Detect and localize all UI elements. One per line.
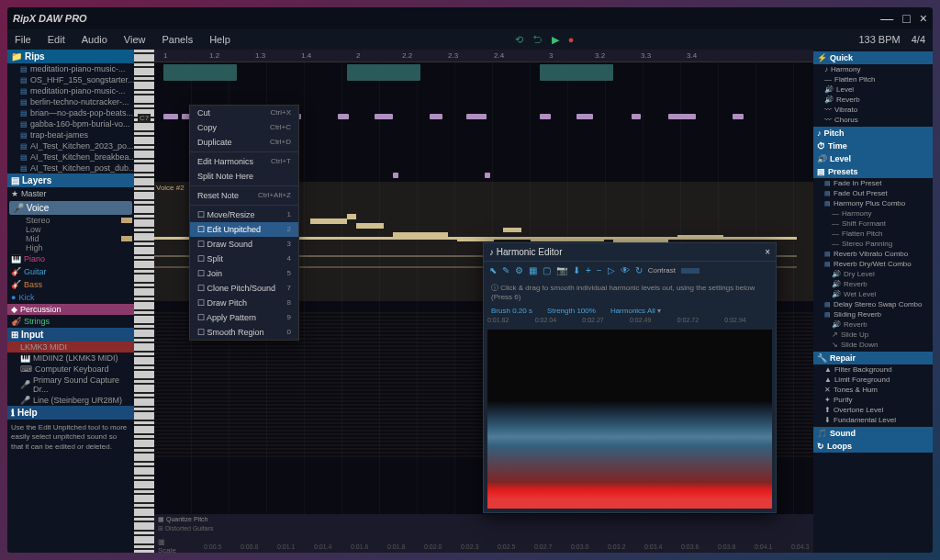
menu-panels[interactable]: Panels — [162, 34, 194, 45]
quantize-label[interactable]: ▦ Quantize Pitch — [154, 514, 813, 525]
midi-note[interactable] — [375, 114, 393, 119]
rip-item[interactable]: ▤berlin-techno-nutcracker-... — [7, 96, 134, 107]
clip[interactable] — [347, 64, 420, 81]
minus-icon[interactable]: − — [597, 265, 602, 275]
context-split[interactable]: ☐ Split4 — [190, 252, 298, 266]
preset-sub-reverb2[interactable]: 🔊 Reverb — [813, 319, 933, 330]
layer-voice[interactable]: 🎤 Voice — [9, 201, 132, 215]
context-reset-note[interactable]: Reset NoteCtrl+Alt+Z — [190, 188, 298, 203]
preset-reverb-drywet[interactable]: ▤Reverb Dry/Wet Combo — [813, 259, 933, 269]
preset-fade-in[interactable]: ▤Fade In Preset — [813, 178, 933, 188]
layer-master[interactable]: ★ Master — [7, 187, 134, 200]
add-icon[interactable]: + — [586, 265, 591, 275]
repair-tones-hum[interactable]: ✕ Tones & Hum — [813, 385, 933, 395]
repair-fundamental[interactable]: ⬇ Fundamental Level — [813, 415, 933, 425]
eye-icon[interactable]: 👁 — [621, 265, 630, 275]
rip-item[interactable]: ▤AI_Test_Kitchen_breakbea... — [7, 151, 134, 162]
preset-sub-dry[interactable]: 🔊 Dry Level — [813, 269, 933, 279]
context-cut[interactable]: CutCtrl+X — [190, 106, 298, 120]
midi-note[interactable] — [632, 114, 641, 119]
menu-file[interactable]: File — [15, 34, 31, 45]
play-icon[interactable]: ▶ — [552, 34, 559, 46]
pitch-header[interactable]: ♪ Pitch — [813, 127, 933, 140]
piano-roll-keys[interactable] — [134, 50, 154, 553]
quick-chorus[interactable]: 〰 Chorus — [813, 115, 933, 125]
menu-audio[interactable]: Audio — [82, 34, 107, 45]
layer-stereo[interactable]: Stereo — [7, 216, 134, 225]
rip-item[interactable]: ▤trap-beat-james — [7, 129, 134, 140]
context-smooth-region[interactable]: ☐ Smooth Region0 — [190, 325, 298, 340]
layer-high[interactable]: High — [7, 243, 134, 252]
midi-note[interactable] — [430, 114, 442, 119]
timesig-display[interactable]: 4/4 — [912, 34, 925, 45]
layers-header[interactable]: ▤ Layers — [7, 174, 134, 187]
midi-note[interactable] — [485, 173, 490, 178]
context-duplicate[interactable]: DuplicateCtrl+D — [190, 135, 298, 150]
quick-harmony[interactable]: ♪ Harmony — [813, 64, 933, 74]
clip[interactable] — [163, 64, 237, 81]
harmonic-titlebar[interactable]: ♪ Harmonic Editor × — [484, 243, 776, 262]
menu-edit[interactable]: Edit — [48, 34, 65, 45]
rip-item[interactable]: ▤AI_Test_Kitchen_2023_po... — [7, 140, 134, 151]
quick-flatten[interactable]: — Flatten Pitch — [813, 74, 933, 84]
input-item[interactable]: 🎤 Line (Steinberg UR28M) — [7, 395, 134, 406]
camera-icon[interactable]: 📷 — [556, 265, 567, 275]
cursor-icon[interactable]: ⬉ — [489, 265, 497, 275]
preset-reverb-vibrato[interactable]: ▤Reverb Vibrato Combo — [813, 249, 933, 259]
distorted-label[interactable]: ⊞ Distorted Guitars — [154, 525, 813, 532]
context-clone[interactable]: ☐ Clone Pitch/Sound7 — [190, 281, 298, 296]
preset-sub-reverb[interactable]: 🔊 Reverb — [813, 279, 933, 289]
scale-label[interactable]: ▦ Scale — [158, 538, 176, 553]
time-header[interactable]: ⏱ Time — [813, 140, 933, 152]
level-header[interactable]: 🔊 Level — [813, 152, 933, 165]
preset-sub-stereo[interactable]: — Stereo Panning — [813, 239, 933, 249]
context-edit-unpitched[interactable]: ☐ Edit Unpitched2 — [190, 222, 298, 237]
minimize-button[interactable]: — — [880, 11, 893, 26]
preset-sub-slideup[interactable]: ↗ Slide Up — [813, 330, 933, 340]
presets-header[interactable]: ▤ Presets — [813, 165, 933, 178]
midi-note[interactable] — [668, 114, 696, 119]
sound-header[interactable]: 🎵 Sound — [813, 427, 933, 440]
midi-note[interactable] — [163, 114, 178, 119]
download-icon[interactable]: ⬇ — [573, 265, 580, 275]
repair-header[interactable]: 🔧 Repair — [813, 352, 933, 364]
input-item[interactable]: ⌨ Computer Keyboard — [7, 364, 134, 375]
preset-sub-slidedown[interactable]: ↘ Slide Down — [813, 340, 933, 350]
close-button[interactable]: × — [920, 11, 927, 26]
preset-sub-shift[interactable]: — Shift Formant — [813, 218, 933, 229]
layer-kick[interactable]: ● Kick — [7, 291, 134, 304]
context-draw-sound[interactable]: ☐ Draw Sound3 — [190, 237, 298, 252]
paint-icon[interactable]: ✎ — [502, 265, 509, 275]
strength-value[interactable]: 100% — [576, 307, 595, 315]
rips-header[interactable]: 📁 Rips — [7, 50, 134, 63]
layer-piano[interactable]: 🎹 Piano — [7, 252, 134, 265]
rip-item[interactable]: ▤meditation-piano-music-... — [7, 63, 134, 74]
midi-note[interactable] — [733, 114, 744, 119]
context-split-note[interactable]: Split Note Here — [190, 169, 298, 184]
layer-bass[interactable]: 🎸 Bass — [7, 278, 134, 291]
repair-filter-bg[interactable]: ▲ Filter Background — [813, 364, 933, 375]
quick-header[interactable]: ⚡ Quick — [813, 51, 933, 64]
input-item[interactable]: 🎤 Primary Sound Capture Dr... — [7, 375, 134, 395]
context-draw-pitch[interactable]: ☐ Draw Pitch8 — [190, 296, 298, 310]
preset-sliding-reverb[interactable]: ▤Sliding Reverb — [813, 309, 933, 319]
preset-delay-swap[interactable]: ▤Delay Stereo Swap Combo — [813, 299, 933, 309]
rip-item[interactable]: ▤AI_Test_Kitchen_post_dub... — [7, 162, 134, 174]
input-item[interactable]: 🎹 MIDIIN2 (LKMK3 MIDI) — [7, 353, 134, 364]
preset-harmony-plus[interactable]: ▤Harmony Plus Combo — [813, 198, 933, 208]
repair-overtone[interactable]: ⬆ Overtone Level — [813, 405, 933, 415]
layer-guitar[interactable]: 🎸 Guitar — [7, 265, 134, 278]
repair-limit-fg[interactable]: ▲ Limit Foreground — [813, 375, 933, 385]
preset-sub-wet[interactable]: 🔊 Wet Level — [813, 289, 933, 299]
maximize-button[interactable]: □ — [902, 11, 910, 26]
layer-low[interactable]: Low — [7, 225, 134, 234]
bpm-display[interactable]: 133 BPM — [858, 34, 900, 45]
preset-sub-harmony[interactable]: — Harmony — [813, 208, 933, 218]
rip-item[interactable]: ▤gabba-160-bpm-burial-vo... — [7, 118, 134, 129]
midi-note[interactable] — [576, 114, 593, 119]
layer-percussion[interactable]: ◆ Percussion — [7, 304, 134, 315]
refresh-icon[interactable]: ↻ — [635, 265, 643, 275]
rip-item[interactable]: ▤meditation-piano-music-... — [7, 85, 134, 96]
midi-note[interactable] — [540, 114, 551, 119]
midi-note[interactable] — [466, 114, 487, 119]
